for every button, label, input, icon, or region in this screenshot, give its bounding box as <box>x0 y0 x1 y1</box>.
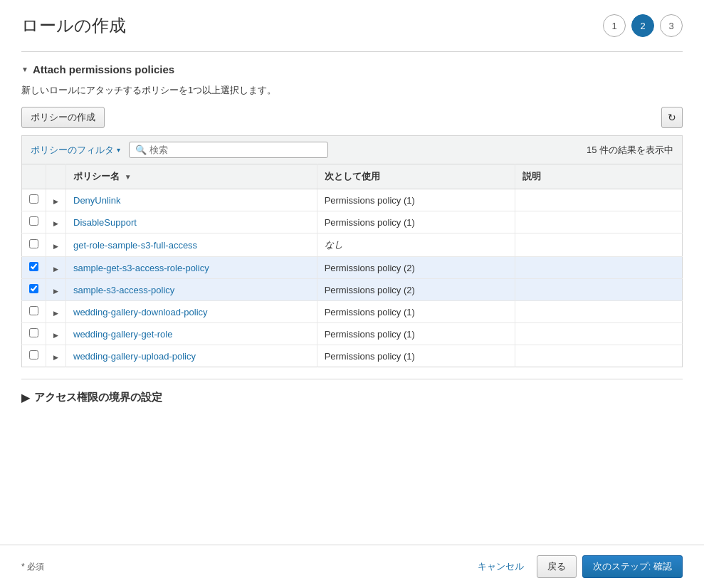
policy-used-cell: Permissions policy (2) <box>317 257 515 279</box>
expand-arrow-icon[interactable]: ▶ <box>53 288 58 295</box>
search-icon: 🔍 <box>135 145 147 155</box>
policy-used-cell: Permissions policy (1) <box>317 301 515 323</box>
row-checkbox[interactable] <box>29 328 38 337</box>
policy-used-cell: Permissions policy (1) <box>317 323 515 345</box>
row-expand-cell: ▶ <box>46 189 66 211</box>
policy-table: ポリシー名 ▼ 次として使用 説明 ▶DenyUnlinkPermissions… <box>21 164 683 367</box>
expand-arrow-icon[interactable]: ▶ <box>53 266 58 273</box>
policy-name-link[interactable]: wedding-gallery-download-policy <box>73 307 208 317</box>
access-boundary-chevron: ▶ <box>21 392 30 404</box>
table-row: ▶get-role-sample-s3-full-accessなし <box>22 233 683 257</box>
row-checkbox-cell <box>22 279 46 301</box>
policy-toolbar: ポリシーの作成 ↻ <box>21 107 683 128</box>
refresh-button[interactable]: ↻ <box>661 107 683 128</box>
filter-label: ポリシーのフィルタ <box>31 144 114 157</box>
back-button[interactable]: 戻る <box>537 555 577 578</box>
access-boundary-section: ▶ アクセス権限の境界の設定 <box>21 379 683 404</box>
col-expand-header <box>46 164 66 189</box>
policy-name-link[interactable]: DenyUnlink <box>73 195 120 206</box>
policy-name-cell: sample-s3-access-policy <box>66 279 317 301</box>
expand-arrow-icon[interactable]: ▶ <box>53 198 58 205</box>
page-title: ロールの作成 <box>21 14 126 37</box>
policy-used-cell: なし <box>317 233 515 257</box>
policy-name-cell: get-role-sample-s3-full-access <box>66 233 317 257</box>
search-input[interactable] <box>149 145 322 155</box>
create-policy-button[interactable]: ポリシーの作成 <box>21 107 105 128</box>
expand-arrow-icon[interactable]: ▶ <box>53 243 58 250</box>
required-note: * 必須 <box>21 561 44 573</box>
access-boundary-header[interactable]: ▶ アクセス権限の境界の設定 <box>21 391 683 404</box>
row-checkbox-cell <box>22 233 46 257</box>
policy-used-cell: Permissions policy (2) <box>317 279 515 301</box>
collapse-chevron: ▼ <box>21 65 28 73</box>
policy-desc-cell <box>515 189 683 211</box>
policy-filter-button[interactable]: ポリシーのフィルタ ▾ <box>31 144 120 157</box>
policy-name-cell: wedding-gallery-upload-policy <box>66 345 317 367</box>
policy-name-cell: wedding-gallery-get-role <box>66 323 317 345</box>
row-expand-cell: ▶ <box>46 257 66 279</box>
policy-desc-cell <box>515 211 683 233</box>
table-row: ▶wedding-gallery-get-rolePermissions pol… <box>22 323 683 345</box>
expand-arrow-icon[interactable]: ▶ <box>53 332 58 339</box>
footer-actions: キャンセル 戻る 次のステップ: 確認 <box>471 555 683 578</box>
table-row: ▶DisableSupportPermissions policy (1) <box>22 211 683 233</box>
policy-name-link[interactable]: wedding-gallery-get-role <box>73 329 172 340</box>
cancel-button[interactable]: キャンセル <box>471 556 531 577</box>
row-expand-cell: ▶ <box>46 211 66 233</box>
table-header-row: ポリシー名 ▼ 次として使用 説明 <box>22 164 683 189</box>
row-checkbox[interactable] <box>29 306 38 315</box>
row-checkbox[interactable] <box>29 216 38 226</box>
row-checkbox[interactable] <box>29 284 38 293</box>
policy-desc-cell <box>515 301 683 323</box>
policy-name-link[interactable]: DisableSupport <box>73 217 137 228</box>
row-checkbox[interactable] <box>29 262 38 271</box>
row-checkbox[interactable] <box>29 350 38 359</box>
row-checkbox-cell <box>22 345 46 367</box>
attach-section-header[interactable]: ▼ Attach permissions policies <box>21 63 683 75</box>
policy-name-link[interactable]: sample-s3-access-policy <box>73 285 174 295</box>
row-checkbox[interactable] <box>29 194 38 204</box>
policy-used-cell: Permissions policy (1) <box>317 211 515 233</box>
row-expand-cell: ▶ <box>46 233 66 257</box>
row-expand-cell: ▶ <box>46 323 66 345</box>
policy-name-cell: wedding-gallery-download-policy <box>66 301 317 323</box>
expand-arrow-icon[interactable]: ▶ <box>53 220 58 227</box>
filter-chevron-icon: ▾ <box>117 146 120 154</box>
row-checkbox-cell <box>22 323 46 345</box>
policy-name-link[interactable]: wedding-gallery-upload-policy <box>73 351 196 362</box>
policy-desc-cell <box>515 233 683 257</box>
col-name-header[interactable]: ポリシー名 ▼ <box>66 164 317 189</box>
access-boundary-title: アクセス権限の境界の設定 <box>34 391 162 404</box>
policy-name-cell: sample-get-s3-access-role-policy <box>66 257 317 279</box>
attach-section: ▼ Attach permissions policies 新しいロールにアタッ… <box>21 51 683 367</box>
search-wrap: 🔍 <box>129 142 328 158</box>
table-row: ▶wedding-gallery-download-policyPermissi… <box>22 301 683 323</box>
next-button[interactable]: 次のステップ: 確認 <box>582 555 683 578</box>
table-row: ▶sample-get-s3-access-role-policyPermiss… <box>22 257 683 279</box>
step-3: 3 <box>660 14 683 37</box>
row-checkbox-cell <box>22 257 46 279</box>
row-checkbox[interactable] <box>29 239 38 248</box>
attach-section-title: Attach permissions policies <box>33 63 174 75</box>
col-used-header: 次として使用 <box>317 164 515 189</box>
footer: * 必須 キャンセル 戻る 次のステップ: 確認 <box>0 545 704 588</box>
policy-name-cell: DisableSupport <box>66 211 317 233</box>
result-count: 15 件の結果を表示中 <box>587 144 673 157</box>
policy-desc-cell <box>515 257 683 279</box>
table-row: ▶wedding-gallery-upload-policyPermission… <box>22 345 683 367</box>
expand-arrow-icon[interactable]: ▶ <box>53 310 58 317</box>
col-check-header <box>22 164 46 189</box>
policy-desc-cell <box>515 345 683 367</box>
attach-section-desc: 新しいロールにアタッチするポリシーを1つ以上選択します。 <box>21 84 683 97</box>
col-desc-header: 説明 <box>515 164 683 189</box>
row-expand-cell: ▶ <box>46 301 66 323</box>
step-indicator: 1 2 3 <box>603 14 683 37</box>
table-row: ▶sample-s3-access-policyPermissions poli… <box>22 279 683 301</box>
row-expand-cell: ▶ <box>46 345 66 367</box>
policy-used-cell: Permissions policy (1) <box>317 345 515 367</box>
expand-arrow-icon[interactable]: ▶ <box>53 354 58 361</box>
policy-name-link[interactable]: get-role-sample-s3-full-access <box>73 240 197 251</box>
policy-name-link[interactable]: sample-get-s3-access-role-policy <box>73 263 209 273</box>
row-checkbox-cell <box>22 211 46 233</box>
filter-bar: ポリシーのフィルタ ▾ 🔍 15 件の結果を表示中 <box>21 135 683 164</box>
